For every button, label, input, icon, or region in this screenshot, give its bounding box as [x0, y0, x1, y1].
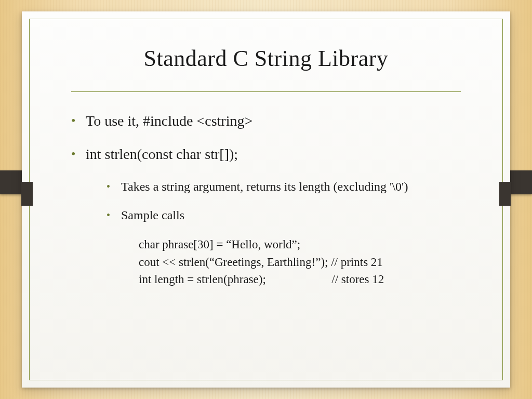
bullet-strlen-signature: int strlen(const char str[]);	[71, 145, 461, 164]
bullet-strlen-desc: Takes a string argument, returns its len…	[107, 179, 461, 195]
code-sample: char phrase[30] = “Hello, world”; cout <…	[139, 236, 461, 288]
slide-card: Standard C String Library To use it, #in…	[22, 11, 510, 388]
bullet-sample-calls: Sample calls	[107, 207, 461, 223]
slide-title: Standard C String Library	[71, 45, 461, 72]
bullet-include: To use it, #include <cstring>	[71, 112, 461, 130]
ribbon-overlap-left	[21, 182, 33, 206]
slide-inner-border: Standard C String Library To use it, #in…	[29, 19, 503, 380]
title-divider	[71, 91, 461, 92]
ribbon-overlap-right	[499, 182, 511, 206]
